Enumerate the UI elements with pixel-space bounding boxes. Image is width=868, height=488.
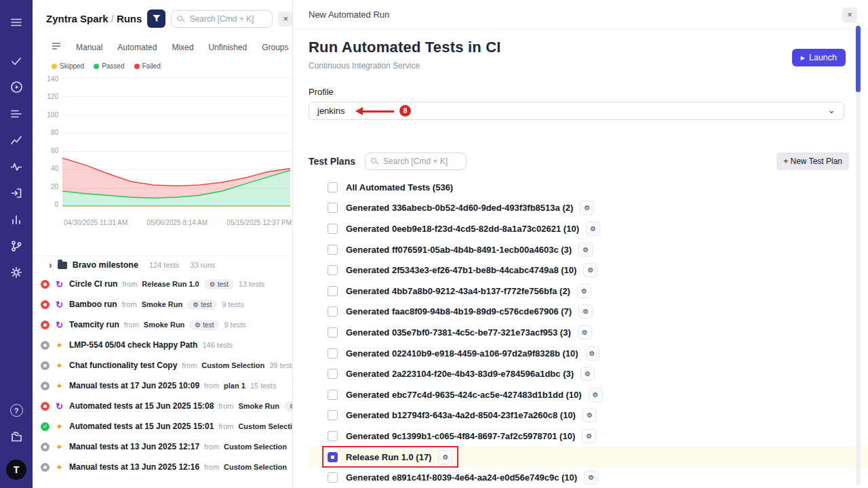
plan-checkbox[interactable]	[328, 452, 338, 462]
plan-row[interactable]: Generated 2f5343e3-ef26-47b1-be8b-44cabc…	[309, 260, 868, 281]
plan-row[interactable]: Generated b12794f3-643a-4a2d-8504-23f1e7…	[309, 405, 868, 426]
plan-checkbox[interactable]	[328, 203, 338, 213]
plan-row[interactable]: Generated 035e7bf0-7381-4c5c-be77-321e73…	[309, 322, 868, 343]
automated-run-icon: ↻	[54, 300, 64, 310]
plan-checkbox[interactable]	[328, 265, 338, 275]
status-failed-icon	[41, 280, 50, 289]
run-source: Custom Selection	[224, 443, 287, 451]
run-row[interactable]: ↻ Teamcity run from Smoke Run ⚙test 9 te…	[33, 314, 292, 335]
select-runs-icon[interactable]	[52, 41, 61, 53]
brand-logo[interactable]: T	[6, 460, 26, 480]
plan-settings-button[interactable]: ⚙	[584, 470, 598, 485]
plan-row[interactable]: Generated 336abecb-0b52-4d60-9ded-493f3f…	[309, 198, 868, 219]
plans-search-input[interactable]	[365, 152, 467, 170]
plan-settings-button[interactable]: ⚙	[580, 367, 595, 381]
plan-settings-button[interactable]: ⚙	[438, 450, 452, 464]
plan-checkbox[interactable]	[328, 431, 338, 441]
run-name: LMP-554 05/04 check Happy Path	[69, 340, 197, 350]
plan-checkbox[interactable]	[328, 245, 338, 255]
modal-close-button[interactable]: ×	[842, 7, 857, 22]
manual-run-icon: ✦	[54, 442, 64, 452]
runs-panel-header: Zyntra Spark/Runs ×	[33, 0, 292, 28]
run-row[interactable]: ↻ Automated tests at 15 Jun 2025 15:08 f…	[33, 396, 292, 416]
tab-automated[interactable]: Automated	[117, 43, 157, 52]
profile-label: Profile	[309, 87, 868, 97]
plan-checkbox[interactable]	[328, 327, 338, 338]
plan-checkbox[interactable]	[328, 306, 338, 317]
activity-icon[interactable]	[0, 153, 33, 180]
manual-run-icon: ✦	[54, 422, 64, 432]
plan-settings-button[interactable]: ⚙	[586, 222, 600, 236]
sign-in-icon[interactable]	[0, 180, 33, 206]
plan-row-release-run[interactable]: Release Run 1.0 (17) ⚙	[309, 447, 868, 468]
runs-search-input[interactable]	[171, 10, 273, 28]
plan-checkbox[interactable]	[328, 472, 338, 483]
tab-unfinished[interactable]: Unfinished	[208, 43, 247, 52]
run-row[interactable]: ↻ Circle CI run from Release Run 1.0 ⚙te…	[33, 274, 292, 294]
plan-row[interactable]: Generated 9c1399b1-c065-4f84-8697-7af2c5…	[309, 426, 868, 447]
profile-select[interactable]: jenkins ⌄ 8	[309, 102, 844, 120]
run-row[interactable]: ✦ Manual tests at 13 Jun 2025 12:16 from…	[33, 457, 292, 477]
panel-close-button[interactable]: ×	[278, 12, 293, 26]
bar-chart-icon[interactable]	[0, 206, 33, 232]
plan-settings-button[interactable]: ⚙	[583, 408, 597, 422]
help-icon[interactable]: ?	[6, 397, 26, 424]
scrollbar-thumb[interactable]	[856, 26, 861, 92]
launch-button[interactable]: ▶Launch	[792, 49, 846, 66]
plan-settings-button[interactable]: ⚙	[577, 284, 591, 298]
plan-settings-button[interactable]: ⚙	[585, 346, 599, 361]
new-test-plan-button[interactable]: + New Test Plan	[776, 152, 849, 170]
branch-icon[interactable]	[0, 232, 33, 259]
chevron-right-icon[interactable]: ›	[49, 260, 52, 270]
scrollbar-track[interactable]	[856, 26, 861, 485]
plan-settings-button[interactable]: ⚙	[578, 243, 593, 257]
tab-manual[interactable]: Manual	[76, 43, 102, 52]
plan-settings-button[interactable]: ⚙	[589, 388, 603, 402]
plan-settings-button[interactable]: ⚙	[578, 304, 593, 319]
check-icon[interactable]	[0, 47, 33, 74]
plan-settings-button[interactable]: ⚙	[582, 429, 596, 443]
run-row[interactable]: ✦ Automated tests at 15 Jun 2025 15:01 f…	[33, 416, 292, 436]
plan-settings-button[interactable]: ⚙	[578, 325, 592, 340]
milestone-row[interactable]: › Bravo milestone 124 tests 33 runs	[33, 256, 292, 274]
plan-settings-button[interactable]: ⚙	[583, 263, 597, 277]
plan-row-all-tests[interactable]: All Automated Tests (536)	[309, 177, 868, 198]
plan-checkbox[interactable]	[328, 390, 338, 400]
plan-row[interactable]: Generated 2a223104-f20e-4b43-83d9-e78459…	[309, 363, 868, 384]
plan-row[interactable]: Generated ebc77c4d-9635-424c-ac5e-427483…	[309, 384, 868, 405]
run-row[interactable]: ✦ Manual tests at 13 Jun 2025 12:17 from…	[33, 436, 292, 457]
plan-row[interactable]: Generated faac8f09-94b8-4b19-89d9-c576cd…	[309, 302, 868, 323]
plan-checkbox[interactable]	[328, 286, 338, 296]
filter-button[interactable]	[147, 9, 165, 28]
gear-icon: ⚙	[581, 287, 587, 295]
plan-settings-button[interactable]: ⚙	[580, 201, 594, 215]
run-row[interactable]: ✦ LMP-554 05/04 check Happy Path 146 tes…	[33, 335, 292, 355]
tab-mixed[interactable]: Mixed	[172, 43, 193, 52]
plan-label: Generated ebc77c4d-9635-424c-ac5e-427483…	[346, 390, 582, 400]
run-row[interactable]: ✦ Manual tests at 17 Jun 2025 10:09 from…	[33, 375, 292, 396]
runs-list-icon[interactable]	[0, 100, 33, 127]
plan-label: Generated ff076591-05ab-4b4b-8491-1ecb00…	[346, 245, 572, 255]
line-chart-icon[interactable]	[0, 127, 33, 153]
plan-checkbox[interactable]	[328, 224, 338, 234]
plan-row[interactable]: Generated ff076591-05ab-4b4b-8491-1ecb00…	[309, 239, 868, 260]
menu-icon[interactable]	[0, 9, 33, 35]
plan-row[interactable]: Generated 022410b9-e918-4459-a106-97d2a9…	[309, 343, 868, 364]
settings-gear-icon[interactable]	[0, 259, 33, 285]
plan-checkbox[interactable]	[328, 348, 338, 359]
run-test-count: 39 tests	[269, 361, 292, 369]
run-name: Manual tests at 17 Jun 2025 10:09	[69, 381, 199, 390]
plan-row[interactable]: Generated 4bb7a8b0-9212-43a4-b137-f772fe…	[309, 281, 868, 302]
play-circle-icon[interactable]	[0, 74, 33, 100]
plan-checkbox[interactable]	[328, 410, 338, 420]
run-source: Custom Selection	[238, 422, 292, 430]
plan-row[interactable]: Generated e891c41f-8039-4e64-aa24-e0d56e…	[309, 467, 868, 488]
plan-row[interactable]: Generated 0eeb9e18-f23d-4cd5-82dd-8a1a73…	[309, 218, 868, 239]
plan-checkbox[interactable]	[328, 182, 338, 192]
plan-checkbox[interactable]	[328, 369, 338, 379]
tab-groups[interactable]: Groups	[262, 43, 288, 52]
plan-label: Generated 2a223104-f20e-4b43-83d9-e78459…	[346, 369, 574, 379]
projects-folder-icon[interactable]	[6, 424, 26, 450]
run-row[interactable]: ↻ Bamboo run from Smoke Run ⚙test 9 test…	[33, 294, 292, 314]
run-row[interactable]: ✦ Chat functionality test Copy from Cust…	[33, 355, 292, 375]
